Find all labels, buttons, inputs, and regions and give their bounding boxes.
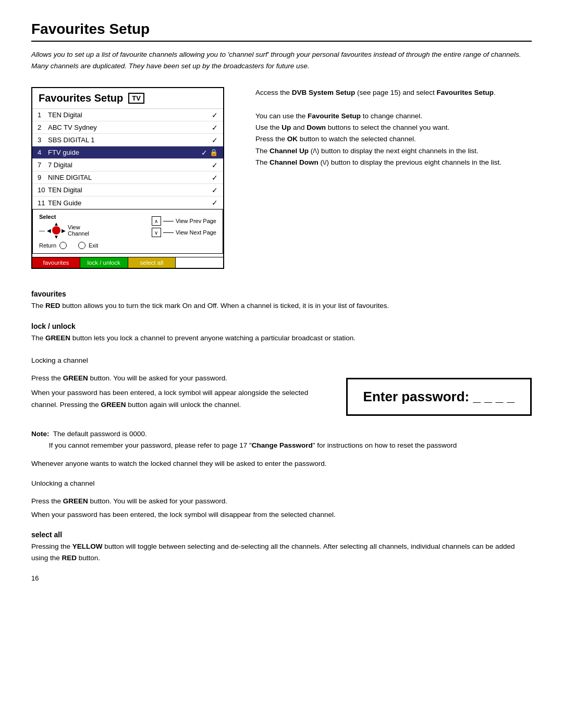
unlocking-para1: Press the GREEN button. You will be aske… [31,496,532,507]
up-down-text: Use the Up and Down buttons to select th… [255,122,532,133]
lock-unlock-btn[interactable]: lock / unlock [80,257,128,268]
right-panel: Access the DVB System Setup (see page 15… [255,87,532,269]
channel-num: 10 [38,186,48,194]
view-channel-label: View Channel [68,224,89,237]
up-bold: Up [282,124,291,131]
note-label: Note: [31,430,50,438]
channel-row[interactable]: 11TEN Guide✓ [32,196,223,209]
exit-btn[interactable] [78,242,85,249]
down-bold: Down [307,124,326,131]
channel-row[interactable]: 2ABC TV Sydney✓ [32,121,223,134]
chup-text: The Channel Up (/\) button to display th… [255,145,532,157]
locking-text-left: Press the GREEN button. You will be aske… [31,373,315,411]
unlocking-label: Unlocking a channel [31,478,532,489]
password-box: Enter password: _ _ _ _ [346,378,532,416]
select-all-desc: Pressing the YELLOW button will toggle b… [31,541,532,564]
favourites-section: favourites The RED button allows you to … [31,290,532,312]
select-all-section: select all Pressing the YELLOW button wi… [31,530,532,564]
dvb-system-setup-bold: DVB System Setup [292,89,356,96]
view-next-label: View Next Page [176,229,216,236]
color-buttons: favourites lock / unlock select all [32,257,223,268]
locking-label: Locking a channel [31,355,532,366]
green-bold-4: GREEN [63,497,88,505]
view-prev-label: View Prev Page [176,218,216,224]
down-arrow-btn[interactable]: ∨ [152,228,161,237]
channel-check: ✓ [212,124,218,132]
chup-bold: Channel Up [270,147,309,155]
favourites-heading: favourites [31,290,532,298]
chdown-text: The Channel Down (\/) button to display … [255,157,532,168]
return-btn[interactable] [59,242,67,249]
ok-bold: OK [287,135,298,143]
channel-row[interactable]: 1TEN Digital✓ [32,109,223,121]
channel-num: 1 [38,111,48,119]
channel-num: 2 [38,124,48,131]
intro-text: Allows you to set up a list of favourite… [31,49,532,71]
channel-check: ✓ [212,174,218,182]
channel-name: 7 Digital [48,161,212,169]
locking-para2: When your password has been entered, a l… [31,387,315,411]
remote-diagram: Select — ▲ ◀ [32,209,223,254]
channel-list: 1TEN Digital✓2ABC TV Sydney✓3SBS DIGITAL… [32,109,223,209]
channel-lock: 🔒 [210,149,218,156]
return-label: Return [39,242,56,249]
select-all-heading: select all [31,530,532,539]
channel-num: 11 [38,199,48,207]
select-all-btn[interactable]: select all [128,257,176,268]
fav-setup-header: Favourites Setup TV [32,88,223,109]
access-text: Access the DVB System Setup (see page 15… [255,87,532,98]
left-panel: Favourites Setup TV 1TEN Digital✓2ABC TV… [31,87,235,269]
channel-num: 7 [38,161,48,169]
tv-badge: TV [128,93,144,104]
lock-unlock-desc: The GREEN button lets you lock a channel… [31,332,532,344]
channel-check: ✓ [212,186,218,194]
locking-para1: Press the GREEN button. You will be aske… [31,373,315,384]
main-content: Favourites Setup TV 1TEN Digital✓2ABC TV… [31,87,532,269]
return-exit-row: Return Exit [39,242,216,249]
change-password-bold: Change Password [252,441,313,449]
unlocking-para2: When your password has been entered, the… [31,509,532,521]
green-bold-3: GREEN [101,401,126,409]
whenever-text: Whenever anyone wants to watch the locke… [31,458,532,470]
channel-name: ABC TV Sydney [48,124,212,131]
favourites-setup-bold: Favourites Setup [436,89,494,96]
page-number: 16 [31,574,532,582]
lock-unlock-section: lock / unlock The GREEN button lets you … [31,322,532,344]
password-box-container: Enter password: _ _ _ _ [331,373,532,421]
channel-row[interactable]: 4FTV guide✓🔒 [32,146,223,159]
chdown-bold: Channel Down [270,158,319,166]
fav-setup-change: You can use the Favourite Setup to chang… [255,110,532,122]
yellow-bold: YELLOW [72,542,103,550]
red-bold-2: RED [62,554,77,562]
red-bold: RED [45,302,60,310]
channel-row[interactable]: 10TEN Digital✓ [32,184,223,196]
channel-row[interactable]: 77 Digital✓ [32,159,223,171]
channel-row[interactable]: 9NINE DIGITAL✓ [32,171,223,184]
fav-setup-box: Favourites Setup TV 1TEN Digital✓2ABC TV… [31,87,224,269]
empty-btn [176,257,223,268]
locking-two-col: Press the GREEN button. You will be aske… [31,373,532,421]
exit-label: Exit [89,242,98,249]
channel-check: ✓ [212,111,218,119]
channel-check: ✓ [212,199,218,207]
channel-check: ✓ [212,136,218,144]
view-next-row: ∨ View Next Page [152,228,216,237]
page-title: Favourites Setup [31,21,532,42]
channel-name: SBS DIGITAL 1 [48,136,212,144]
favourites-btn[interactable]: favourites [32,257,80,268]
channel-num: 3 [38,136,48,144]
channel-row[interactable]: 3SBS DIGITAL 1✓ [32,134,223,146]
channel-check: ✓ [212,161,218,169]
channel-num: 4 [38,149,48,156]
channel-name: TEN Digital [48,111,212,119]
green-bold-1: GREEN [45,334,70,342]
favourites-desc: The RED button allows you to turn the ti… [31,300,532,312]
fav-setup-title: Favourites Setup [39,92,123,104]
channel-name: TEN Guide [48,199,212,207]
channel-name: FTV guide [48,149,201,156]
channel-name: TEN Digital [48,186,212,194]
favourite-setup-bold: Favourite Setup [308,112,361,120]
lock-unlock-heading: lock / unlock [31,322,532,330]
channel-num: 9 [38,174,48,181]
up-arrow-btn[interactable]: ∧ [152,216,161,226]
